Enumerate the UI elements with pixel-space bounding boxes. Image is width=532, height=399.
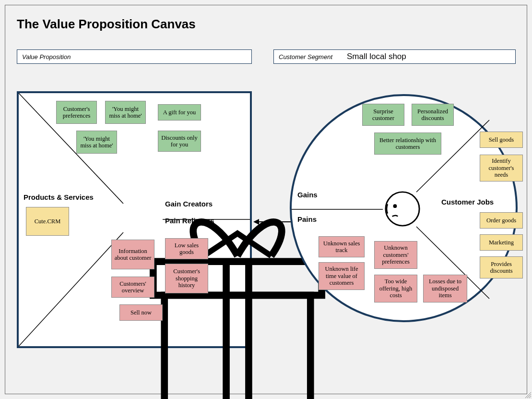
note-pain-reliever[interactable]: Customer's shopping history [165, 264, 208, 293]
svg-line-17 [529, 396, 531, 398]
note-gain-creator[interactable]: 'You might miss at home' [105, 101, 146, 124]
note-job[interactable]: Identify customer's needs [480, 155, 523, 181]
note-pain[interactable]: Losses due to undisposed items [423, 275, 467, 302]
note-pain-reliever[interactable]: Customers' overview [111, 277, 154, 298]
resize-grip-icon[interactable] [524, 391, 531, 398]
svg-line-1 [19, 232, 123, 346]
note-pain[interactable]: Unknown customers' preferences [374, 241, 417, 269]
note-pain[interactable]: Unknown life time value of customers [319, 262, 365, 290]
customer-segment-header: Customer Segment Small local shop [273, 49, 516, 64]
value-proposition-panel: Products & Services Gain Creators Pain R… [17, 91, 252, 348]
note-gain[interactable]: Surprise customer [362, 104, 404, 126]
note-gain-creator[interactable]: A gift for you [158, 104, 201, 121]
value-proposition-header: Value Proposition [17, 49, 252, 64]
note-pain[interactable]: Unknown sales track [319, 236, 365, 257]
note-pain-reliever[interactable]: Sell now [119, 304, 163, 321]
products-services-label: Products & Services [24, 193, 94, 201]
note-pain[interactable]: Too wide offering, high costs [374, 275, 417, 302]
note-job[interactable]: Provides discounts [480, 256, 523, 278]
pains-label: Pains [297, 215, 317, 223]
gains-label: Gains [297, 191, 318, 199]
customer-segment-panel: Gains Pains Customer Jobs Surprise custo… [288, 91, 532, 348]
note-pain-reliever[interactable]: Information about customer [111, 240, 154, 269]
page-title: The Value Proposition Canvas [17, 17, 196, 32]
svg-marker-8 [253, 219, 259, 225]
gain-creators-label: Gain Creators [165, 200, 213, 208]
note-gain[interactable]: Personalized discounts [412, 104, 454, 126]
vp-header-label: Value Proposition [22, 53, 71, 60]
svg-line-16 [527, 394, 531, 398]
customer-jobs-label: Customer Jobs [441, 198, 494, 206]
note-gain-creator[interactable]: Discounts only for you [158, 131, 201, 152]
note-pain-reliever[interactable]: Low sales goods [165, 238, 208, 259]
note-job[interactable]: Sell goods [480, 132, 523, 148]
note-gain[interactable]: Better relationship with customers [374, 133, 441, 155]
note-gain-creator[interactable]: 'You might miss at home' [76, 131, 117, 154]
note-gain-creator[interactable]: Customer's preferences [56, 101, 97, 124]
note-job[interactable]: Order goods [480, 212, 523, 229]
note-product-cutecrm[interactable]: Cute.CRM [26, 207, 69, 236]
note-job[interactable]: Marketing [480, 234, 523, 251]
cs-header-value: Small local shop [347, 52, 406, 61]
cs-header-label: Customer Segment [279, 53, 332, 60]
pain-relievers-label: Pain Relievers [165, 217, 214, 225]
